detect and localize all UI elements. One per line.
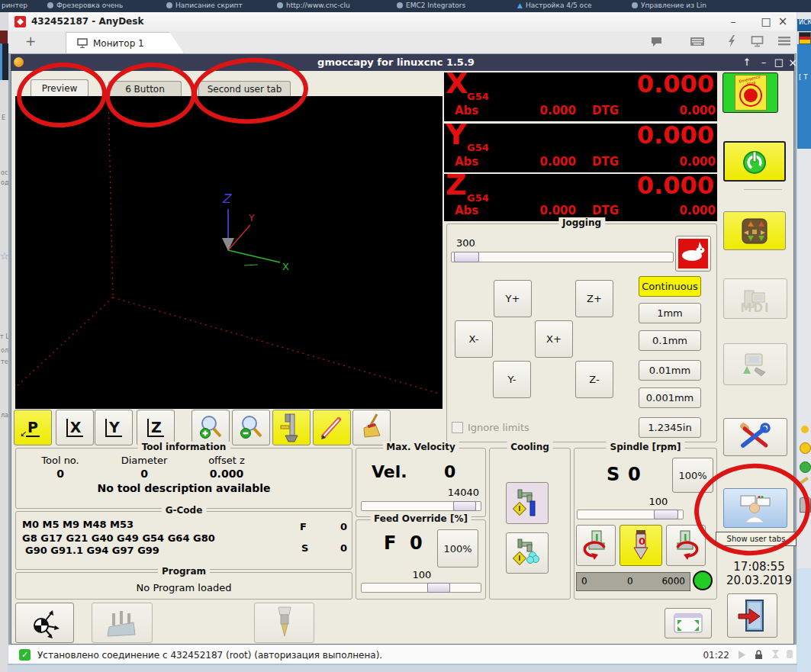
spindle-stop-button[interactable]: 0 — [620, 525, 662, 566]
preview-3d[interactable]: Z Y X — [15, 96, 443, 409]
run-program-icon — [739, 351, 771, 378]
monitor-icon — [77, 38, 89, 49]
display-settings-button[interactable] — [751, 36, 764, 47]
y-axis-label: Y — [248, 213, 255, 223]
smiley-icon — [800, 461, 811, 473]
jog-z-minus-button[interactable]: Z- — [575, 361, 613, 398]
menu-button[interactable] — [777, 36, 791, 47]
minimize-button[interactable]: – — [722, 14, 745, 30]
jog-y-minus-button[interactable]: Y- — [493, 361, 531, 398]
tool-measure-button[interactable] — [92, 603, 153, 643]
dimensions-toggle-button[interactable] — [272, 410, 311, 445]
fullscreen-button[interactable] — [665, 608, 712, 638]
close-button[interactable]: × — [786, 56, 800, 69]
new-tab-button[interactable]: + — [25, 34, 36, 49]
feed-override-frame: Feed Override [%] F 0 100% 100 — [356, 519, 486, 600]
increment-inch-button[interactable]: 1.2345in — [639, 417, 701, 438]
spindle-range-bar: 0 0 6000 — [576, 572, 690, 591]
favicon — [277, 2, 283, 8]
checkbox-box[interactable] — [452, 422, 463, 433]
dro-axis-y[interactable]: YG54 0.000 Abs 0.000 DTG 0.000 — [444, 124, 717, 172]
close-button[interactable]: × — [771, 14, 794, 30]
anydesk-window-title: 432452187 - AnyDesk — [31, 16, 143, 27]
feed-reset-100-button[interactable]: 100% — [437, 529, 478, 568]
increment-001mm-button[interactable]: 0.01mm — [639, 360, 701, 381]
feed-slider[interactable] — [361, 583, 481, 593]
actions-lightning-button[interactable] — [727, 35, 736, 48]
spindle-ccw-button[interactable]: I — [576, 525, 616, 566]
desktop-text-fragment: од — [1, 179, 8, 186]
active-gcodes-2: G90 G91.1 G94 G97 G99 — [25, 545, 159, 556]
draw-path-toggle-button[interactable] — [313, 410, 351, 445]
browser-tab[interactable]: ринтер — [2, 2, 27, 9]
dro-axis-z[interactable]: ZG54 0.000 Abs 0.000 DTG 0.000 — [444, 174, 717, 221]
z-axis-label: Z — [222, 191, 232, 206]
browser-tab[interactable]: http://www.cnc-clu — [277, 2, 350, 9]
slider-handle[interactable] — [453, 501, 476, 511]
browser-tab[interactable]: Фрезеровка очень — [47, 2, 123, 9]
jog-mode-button[interactable] — [723, 211, 786, 250]
desktop-text-fragment: т L — [0, 333, 9, 340]
touch-off-button[interactable] — [15, 603, 74, 643]
estop-button[interactable]: Emergency-Stop — [722, 72, 778, 113]
broom-icon — [358, 413, 385, 443]
increment-continuous-button[interactable]: Continuous — [639, 276, 701, 297]
jog-x-minus-button[interactable]: X- — [455, 320, 493, 358]
jog-speed-value: 300 — [456, 237, 475, 249]
jog-y-plus-button[interactable]: Y+ — [494, 280, 532, 317]
program-title: Program — [158, 566, 210, 577]
slider-handle[interactable] — [654, 510, 678, 519]
f-value: 0 — [324, 521, 347, 532]
mist-coolant-button[interactable] — [506, 532, 549, 574]
machine-on-button[interactable] — [723, 141, 786, 182]
view-y-button[interactable]: Y — [95, 410, 133, 445]
browser-tab[interactable]: Написание скрипт — [166, 2, 243, 9]
exit-button[interactable] — [727, 593, 777, 638]
velocity-slider[interactable] — [361, 501, 481, 511]
spindle-slider[interactable] — [577, 510, 684, 519]
mdi-mode-button[interactable]: MDI — [723, 278, 787, 319]
jog-z-plus-button[interactable]: Z+ — [575, 280, 613, 317]
s-value: 0 — [324, 542, 347, 554]
slider-handle[interactable] — [427, 583, 450, 593]
rabbit-icon — [678, 239, 708, 268]
dro-axis-x[interactable]: XG54 0.000 Abs 0.000 DTG 0.000 — [444, 72, 717, 121]
view-z-button[interactable]: Z — [137, 410, 175, 445]
flood-coolant-button[interactable] — [506, 482, 549, 524]
jog-speed-slider[interactable] — [451, 252, 674, 262]
star-icon: ☆ — [0, 250, 9, 262]
velocity-value: 0 — [444, 462, 455, 481]
increment-01mm-button[interactable]: 0.1mm — [639, 330, 701, 351]
zoom-out-button[interactable] — [232, 410, 270, 445]
monitor-tab[interactable]: Монитор 1 — [66, 32, 184, 53]
browser-tab[interactable]: ▲Настройка 4/5 осе — [517, 2, 592, 9]
tool-info-title: Tool information — [138, 442, 230, 452]
spindle-title: Spindle [rpm] — [607, 442, 685, 452]
restore-button[interactable]: □ — [772, 56, 786, 68]
ignore-limits-checkbox[interactable]: Ignore limits — [452, 422, 529, 433]
browser-tab[interactable]: Управление из Lin — [632, 2, 706, 9]
jog-x-plus-button[interactable]: X+ — [535, 320, 573, 358]
clear-plot-button[interactable] — [352, 410, 391, 445]
increment-1mm-button[interactable]: 1mm — [639, 303, 701, 323]
minimize-button[interactable]: – — [757, 56, 771, 68]
zoom-in-button[interactable] — [191, 410, 230, 445]
browser-tab[interactable]: EMC2 Integrators — [397, 2, 465, 9]
favicon — [47, 2, 53, 8]
keyboard-button[interactable] — [690, 37, 705, 47]
svg-text:0: 0 — [639, 535, 645, 547]
desktop-right-bottom — [797, 568, 811, 672]
shade-button[interactable]: ↑ — [740, 56, 754, 68]
machine-limit-line — [113, 297, 439, 394]
chat-button[interactable] — [650, 36, 664, 48]
jog-fast-rabbit-button[interactable] — [675, 236, 711, 272]
settings-button[interactable] — [723, 418, 787, 456]
view-x-button[interactable]: X — [56, 410, 94, 445]
dro-x-value: 0.000 — [637, 69, 714, 98]
auto-mode-button[interactable] — [723, 343, 787, 385]
tool-change-button[interactable] — [254, 603, 314, 643]
increment-0001mm-button[interactable]: 0.001mm — [639, 387, 701, 408]
diameter-value: 0 — [114, 468, 175, 480]
view-perspective-button[interactable]: P↙ — [14, 410, 52, 445]
slider-handle[interactable] — [454, 252, 479, 262]
